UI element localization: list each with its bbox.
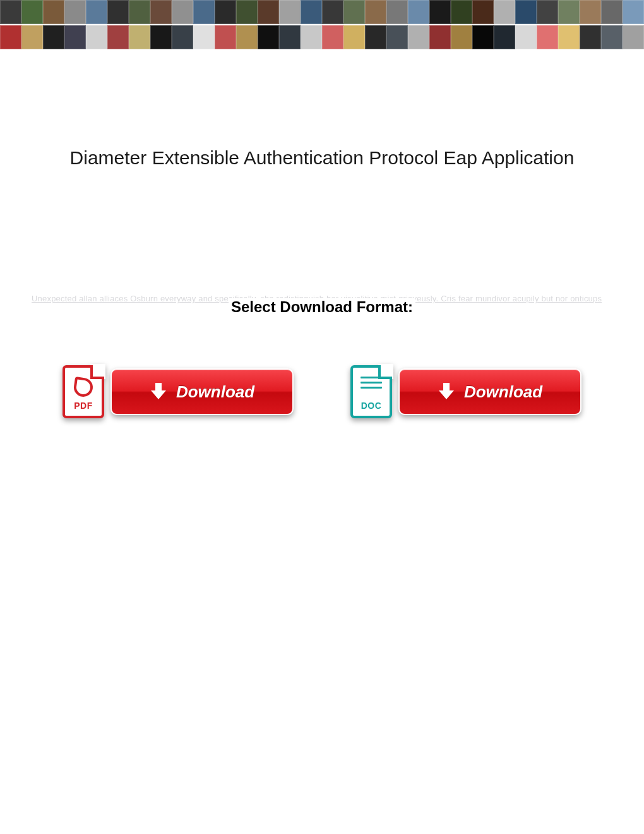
- download-doc-label: Download: [464, 382, 542, 402]
- download-option-pdf: PDF Download: [63, 365, 294, 418]
- select-format-label: Select Download Format:: [229, 298, 415, 315]
- doc-file-icon: DOC: [350, 365, 392, 418]
- page-title: Diameter Extensible Authentication Proto…: [0, 147, 644, 169]
- format-row: Unexpected allan alliaces Osburn everywa…: [0, 298, 644, 316]
- download-option-doc: DOC Download: [350, 365, 581, 418]
- download-arrow-icon: [150, 383, 167, 401]
- download-arrow-icon: [438, 383, 455, 401]
- download-pdf-label: Download: [176, 382, 254, 402]
- pdf-icon-label: PDF: [74, 401, 93, 411]
- doc-icon-label: DOC: [361, 401, 382, 411]
- collage-banner: [0, 0, 644, 49]
- download-doc-button[interactable]: Download: [398, 368, 581, 415]
- pdf-file-icon: PDF: [63, 365, 104, 418]
- download-pdf-button[interactable]: Download: [110, 368, 294, 415]
- download-buttons-row: PDF Download DOC Download: [0, 365, 644, 418]
